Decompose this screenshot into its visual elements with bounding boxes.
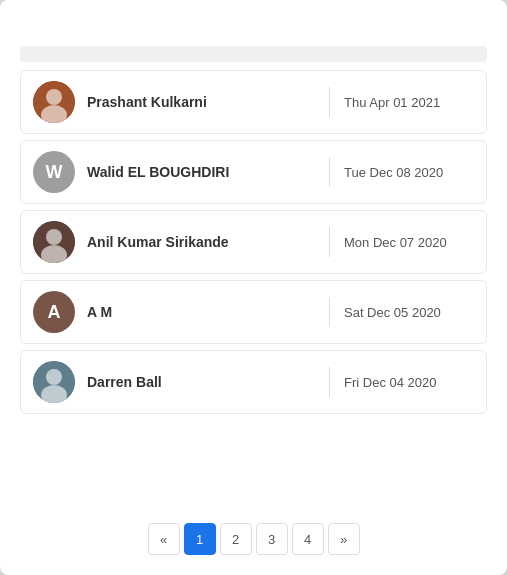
employee-name: Walid EL BOUGHDIRI xyxy=(87,164,329,180)
avatar xyxy=(33,81,75,123)
employee-date: Thu Apr 01 2021 xyxy=(344,95,474,110)
table-header xyxy=(20,46,487,62)
employee-date: Sat Dec 05 2020 xyxy=(344,305,474,320)
employee-row: Darren BallFri Dec 04 2020 xyxy=(20,350,487,414)
pagination-prev[interactable]: « xyxy=(148,523,180,555)
employee-name: Prashant Kulkarni xyxy=(87,94,329,110)
pagination: «1234» xyxy=(20,523,487,555)
avatar: W xyxy=(33,151,75,193)
pagination-next[interactable]: » xyxy=(328,523,360,555)
employee-date: Tue Dec 08 2020 xyxy=(344,165,474,180)
svg-point-4 xyxy=(46,229,62,245)
employee-list: Prashant KulkarniThu Apr 01 2021WWalid E… xyxy=(20,70,487,505)
pagination-page-3[interactable]: 3 xyxy=(256,523,288,555)
svg-point-7 xyxy=(46,369,62,385)
svg-point-1 xyxy=(46,89,62,105)
employee-row: AA MSat Dec 05 2020 xyxy=(20,280,487,344)
avatar: A xyxy=(33,291,75,333)
avatar xyxy=(33,221,75,263)
employee-date: Fri Dec 04 2020 xyxy=(344,375,474,390)
employees-modal: Prashant KulkarniThu Apr 01 2021WWalid E… xyxy=(0,0,507,575)
employee-row: WWalid EL BOUGHDIRITue Dec 08 2020 xyxy=(20,140,487,204)
employee-row: Prashant KulkarniThu Apr 01 2021 xyxy=(20,70,487,134)
date-separator xyxy=(329,227,330,257)
date-separator xyxy=(329,157,330,187)
employee-row: Anil Kumar SirikandeMon Dec 07 2020 xyxy=(20,210,487,274)
employee-date: Mon Dec 07 2020 xyxy=(344,235,474,250)
date-separator xyxy=(329,87,330,117)
pagination-page-4[interactable]: 4 xyxy=(292,523,324,555)
employee-name: Anil Kumar Sirikande xyxy=(87,234,329,250)
pagination-page-1[interactable]: 1 xyxy=(184,523,216,555)
pagination-page-2[interactable]: 2 xyxy=(220,523,252,555)
date-separator xyxy=(329,367,330,397)
employee-name: A M xyxy=(87,304,329,320)
avatar xyxy=(33,361,75,403)
employee-name: Darren Ball xyxy=(87,374,329,390)
date-separator xyxy=(329,297,330,327)
